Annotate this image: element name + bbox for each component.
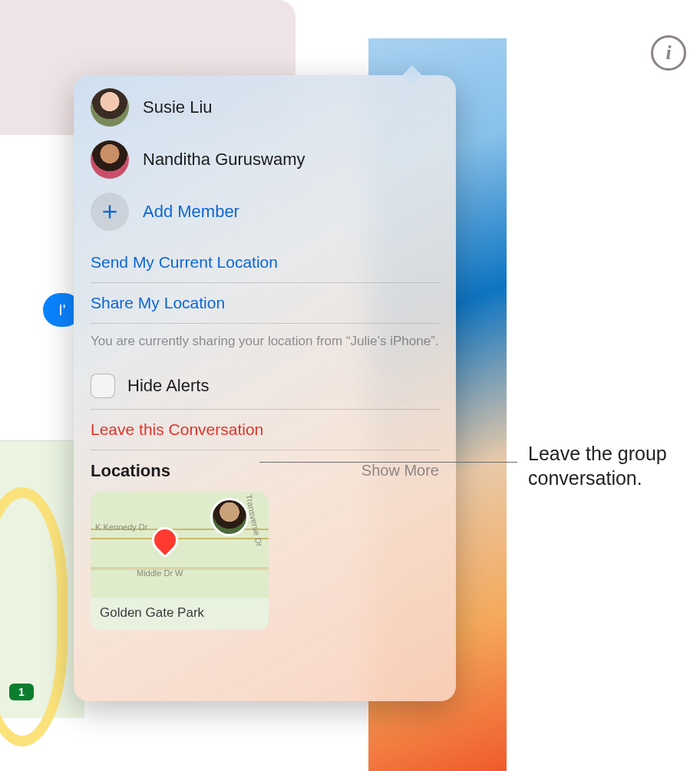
background-map: 1 [0, 440, 84, 718]
annotation-text: Leave the group conversation. [528, 441, 697, 490]
info-icon[interactable]: i [651, 35, 686, 71]
map-contact-avatar [210, 498, 249, 536]
map-caption: Golden Gate Park [91, 598, 269, 630]
highway-badge-text: 1 [18, 686, 25, 698]
member-row[interactable]: Susie Liu [74, 81, 456, 133]
hide-alerts-label: Hide Alerts [127, 376, 209, 396]
locations-header-row: Locations Show More [74, 450, 456, 489]
leave-this-conversation-button[interactable]: Leave this Conversation [74, 410, 456, 450]
locations-heading: Locations [91, 461, 170, 481]
highway-badge: 1 [9, 684, 34, 700]
location-map-card[interactable]: K Kennedy Dr Middle Dr W Transverse Dr G… [91, 492, 269, 630]
member-name: Nanditha Guruswamy [143, 150, 305, 170]
plus-icon [91, 193, 129, 231]
messages-header-bar [0, 0, 296, 76]
avatar [91, 88, 129, 127]
share-location-note: You are currently sharing your location … [74, 324, 456, 363]
background-map-road [0, 487, 68, 746]
share-my-location-button[interactable]: Share My Location [74, 283, 456, 323]
hide-alerts-row[interactable]: Hide Alerts [74, 363, 456, 409]
hide-alerts-checkbox[interactable] [91, 374, 115, 398]
send-my-current-location-button[interactable]: Send My Current Location [74, 242, 456, 282]
info-glyph: i [665, 43, 671, 63]
add-member-button[interactable]: Add Member [74, 186, 456, 238]
add-member-label: Add Member [143, 202, 239, 222]
map-pin-icon [147, 522, 183, 558]
map-road-label: Middle Dr W [137, 568, 183, 578]
map-thumbnail: K Kennedy Dr Middle Dr W Transverse Dr [91, 492, 269, 598]
member-name: Susie Liu [143, 97, 213, 117]
details-popover: Susie Liu Nanditha Guruswamy Add Member … [74, 75, 456, 701]
chat-bubble-text: I' [58, 301, 65, 319]
show-more-button[interactable]: Show More [362, 462, 439, 479]
annotation-leader-line [259, 462, 517, 463]
avatar [91, 140, 129, 179]
map-road-label: K Kennedy Dr [95, 522, 147, 532]
member-row[interactable]: Nanditha Guruswamy [74, 133, 456, 186]
